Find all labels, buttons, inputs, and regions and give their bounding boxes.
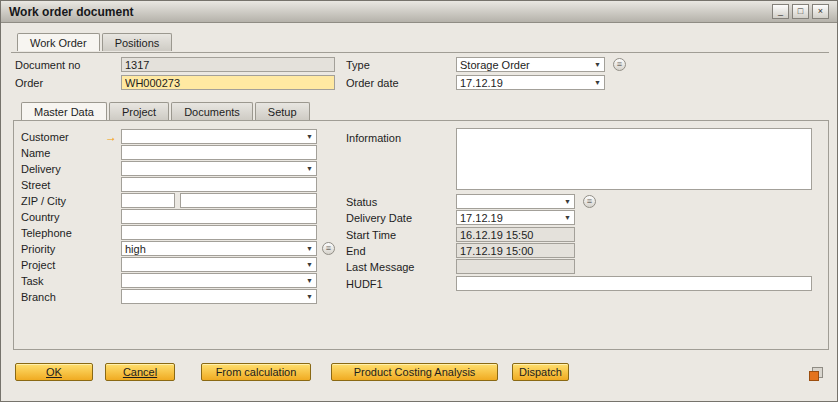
city-field[interactable]	[180, 193, 317, 208]
window-title: Work order document	[9, 5, 133, 19]
project-label: Project	[21, 258, 55, 272]
customer-label: Customer	[21, 130, 69, 144]
chevron-down-icon: ▼	[303, 277, 316, 284]
chevron-down-icon: ▼	[303, 293, 316, 300]
document-no-label: Document no	[15, 58, 80, 72]
priority-label: Priority	[21, 242, 55, 256]
country-label: Country	[21, 210, 60, 224]
cancel-button[interactable]: Cancel	[105, 363, 175, 381]
chevron-down-icon: ▼	[561, 198, 574, 205]
dispatch-button-label: Dispatch	[519, 366, 562, 378]
type-value-list-icon[interactable]: ≡	[613, 58, 626, 71]
information-textarea[interactable]	[456, 128, 812, 190]
hudf1-label: HUDF1	[346, 277, 383, 291]
task-label: Task	[21, 274, 44, 288]
order-label: Order	[15, 76, 43, 90]
name-field[interactable]	[121, 145, 317, 160]
document-tabs: Work Order Positions	[17, 33, 174, 51]
minimize-icon: _	[778, 6, 783, 16]
chevron-down-icon: ▼	[303, 261, 316, 268]
close-icon: ×	[818, 6, 823, 16]
chevron-down-icon: ▼	[591, 79, 604, 86]
street-field[interactable]	[121, 177, 317, 192]
street-label: Street	[21, 178, 50, 192]
tab-master-data[interactable]: Master Data	[21, 102, 107, 120]
information-label: Information	[346, 131, 401, 145]
telephone-field[interactable]	[121, 225, 317, 240]
chevron-down-icon: ▼	[591, 61, 604, 68]
tab-documents[interactable]: Documents	[171, 102, 253, 120]
country-field[interactable]	[121, 209, 317, 224]
branch-combo[interactable]: ▼	[121, 289, 317, 304]
branch-label: Branch	[21, 290, 56, 304]
maximize-icon: □	[798, 6, 803, 16]
chevron-down-icon: ▼	[303, 133, 316, 140]
delivery-date-combo[interactable]: 17.12.19 ▼	[456, 210, 575, 225]
ok-button[interactable]: OK	[15, 363, 93, 381]
link-arrow-icon[interactable]: →	[105, 131, 117, 143]
order-date-label: Order date	[346, 76, 399, 90]
ok-button-label: OK	[46, 366, 62, 378]
type-combo[interactable]: Storage Order ▼	[456, 57, 605, 72]
window-controls: _ □ ×	[772, 4, 829, 19]
detail-tabs: Master Data Project Documents Setup	[21, 102, 312, 120]
priority-combo[interactable]: high ▼	[121, 241, 317, 256]
from-calculation-button-label: From calculation	[216, 366, 297, 378]
tab-positions[interactable]: Positions	[102, 33, 173, 51]
tab-divider	[11, 52, 829, 53]
chevron-down-icon: ▼	[561, 214, 574, 221]
zip-field[interactable]	[121, 193, 175, 208]
status-combo[interactable]: ▼	[456, 194, 575, 209]
from-calculation-button[interactable]: From calculation	[201, 363, 311, 381]
tab-work-order[interactable]: Work Order	[17, 33, 100, 51]
name-label: Name	[21, 146, 50, 160]
chevron-down-icon: ▼	[303, 165, 316, 172]
end-label: End	[346, 244, 366, 258]
project-combo[interactable]: ▼	[121, 257, 317, 272]
order-field[interactable]	[121, 75, 335, 90]
delivery-date-combo-value: 17.12.19	[460, 212, 561, 224]
work-order-document-window: Work order document _ □ × Work Order Pos…	[0, 0, 838, 402]
order-date-combo[interactable]: 17.12.19 ▼	[456, 75, 605, 90]
form-settings-icon[interactable]	[809, 367, 823, 381]
form-settings-icon-front-square	[809, 371, 819, 381]
type-combo-value: Storage Order	[460, 59, 591, 71]
type-label: Type	[346, 58, 370, 72]
delivery-label: Delivery	[21, 162, 61, 176]
status-label: Status	[346, 195, 377, 209]
product-costing-analysis-button[interactable]: Product Costing Analysis	[331, 363, 498, 381]
delivery-combo[interactable]: ▼	[121, 161, 317, 176]
last-message-label: Last Message	[346, 260, 414, 274]
product-costing-analysis-button-label: Product Costing Analysis	[354, 366, 476, 378]
maximize-button[interactable]: □	[792, 4, 809, 19]
order-date-combo-value: 17.12.19	[460, 77, 591, 89]
chevron-down-icon: ▼	[303, 245, 316, 252]
hudf1-field[interactable]	[456, 276, 812, 291]
zip-city-label: ZIP / City	[21, 194, 66, 208]
delivery-date-label: Delivery Date	[346, 211, 412, 225]
priority-value-list-icon[interactable]: ≡	[322, 242, 335, 255]
status-value-list-icon[interactable]: ≡	[583, 195, 596, 208]
customer-combo[interactable]: ▼	[121, 129, 317, 144]
minimize-button[interactable]: _	[772, 4, 789, 19]
tab-project[interactable]: Project	[109, 102, 169, 120]
start-time-label: Start Time	[346, 228, 396, 242]
task-combo[interactable]: ▼	[121, 273, 317, 288]
document-no-field	[121, 57, 335, 72]
dispatch-button[interactable]: Dispatch	[512, 363, 569, 381]
cancel-button-label: Cancel	[123, 366, 157, 378]
tab-setup[interactable]: Setup	[255, 102, 310, 120]
priority-combo-value: high	[125, 243, 303, 255]
start-time-field	[456, 227, 575, 242]
close-button[interactable]: ×	[812, 4, 829, 19]
last-message-field	[456, 259, 575, 274]
titlebar: Work order document _ □ ×	[1, 1, 837, 23]
telephone-label: Telephone	[21, 226, 72, 240]
end-field	[456, 243, 575, 258]
